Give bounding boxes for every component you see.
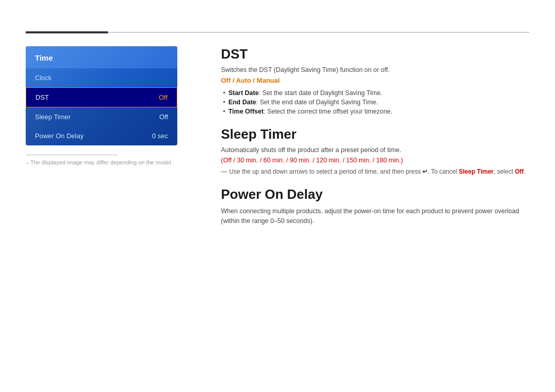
sleep-timer-value: Off [159,113,168,121]
sleep-note-term: Sleep Timer [459,168,494,175]
note-text: – The displayed image may differ dependi… [26,159,177,165]
sleep-note-enter: ↵ [422,168,428,175]
top-bar-accent [26,31,108,33]
dst-option-off: Off [221,77,231,84]
note-divider [26,155,118,155]
left-panel: Time Clock DST Off Sleep Timer Off Power… [26,46,177,165]
dst-bullet-start-date: Start Date: Set the start date of Daylig… [223,89,529,97]
power-on-delay-value: 0 sec [152,132,168,140]
dst-option-manual: Manual [257,77,280,84]
sleep-note-end: . [524,168,525,175]
start-date-text: : Set the start date of Daylight Saving … [258,89,382,97]
sleep-note-prefix: Use the up and down arrows to select a p… [229,168,422,175]
start-date-term: Start Date [228,89,258,97]
power-on-delay-label: Power On Delay [35,132,84,140]
dst-title: DST [221,46,529,62]
sleep-timer-title: Sleep Timer [221,126,529,142]
dst-desc: Switches the DST (Daylight Saving Time) … [221,66,529,73]
sleep-timer-label: Sleep Timer [35,113,70,121]
power-on-delay-desc: When connecting multiple products, adjus… [221,207,529,226]
dst-bullet-time-offset: Time Offset: Select the correct time off… [223,108,529,115]
menu-item-power-on-delay[interactable]: Power On Delay 0 sec [26,126,177,145]
dst-option-auto: Auto [236,77,251,84]
sleep-note-content: Use the up and down arrows to select a p… [229,168,526,175]
end-date-text: : Set the end date of Daylight Saving Ti… [256,99,378,106]
end-date-term: End Date [228,99,256,106]
dst-section: DST Switches the DST (Daylight Saving Ti… [221,46,529,115]
menu-title: Time [26,46,177,68]
sleep-timer-desc: Automatically shuts off the product afte… [221,146,529,154]
power-on-delay-section: Power On Delay When connecting multiple … [221,186,529,226]
clock-label: Clock [35,74,52,82]
time-offset-term: Time Offset [228,108,264,115]
time-offset-text: : Select the correct time offset your ti… [264,108,393,115]
sleep-timer-options: (Off / 30 min. / 60 min. / 90 min. / 120… [221,157,529,164]
sleep-options-text: (Off / 30 min. / 60 min. / 90 min. / 120… [221,157,403,164]
menu-item-clock[interactable]: Clock [26,68,177,87]
sleep-note-suffix: , select [494,168,515,175]
dst-value: Off [159,94,168,101]
dst-options: Off / Auto / Manual [221,77,529,84]
sleep-timer-section: Sleep Timer Automatically shuts off the … [221,126,529,175]
sleep-note-dash: ― [221,168,227,175]
sleep-timer-note: ― Use the up and down arrows to select a… [221,168,529,175]
right-content: DST Switches the DST (Daylight Saving Ti… [221,46,529,226]
dst-option-sep1: / [231,77,236,84]
dst-option-sep2: / [251,77,257,84]
dst-label: DST [35,94,49,101]
sleep-note-off: Off [515,168,524,175]
menu-box: Time Clock DST Off Sleep Timer Off Power… [26,46,177,145]
sleep-note-mid: . To cancel [428,168,458,175]
dst-bullet-end-date: End Date: Set the end date of Daylight S… [223,99,529,106]
top-bar [26,32,529,33]
menu-item-dst[interactable]: DST Off [26,87,177,107]
power-on-delay-title: Power On Delay [221,186,529,202]
dst-bullets: Start Date: Set the start date of Daylig… [221,89,529,115]
menu-item-sleep-timer[interactable]: Sleep Timer Off [26,107,177,126]
